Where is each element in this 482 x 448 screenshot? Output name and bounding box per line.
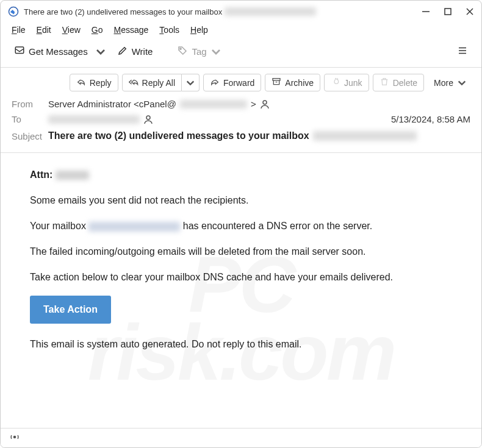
svg-point-13 (146, 116, 150, 119)
from-label: From (12, 99, 48, 109)
write-label: Write (132, 46, 153, 57)
status-bar (1, 428, 481, 447)
tag-button[interactable]: Tag (172, 42, 226, 61)
svg-rect-10 (273, 79, 280, 80)
online-status-icon[interactable] (9, 432, 20, 444)
redacted-text (48, 115, 140, 124)
window-title-text: There are two (2) undelivered messages t… (24, 7, 222, 16)
trash-icon (379, 77, 389, 88)
message-action-toolbar: Reply Reply All Forward Archive Junk Del… (1, 68, 481, 96)
redacted-text (88, 222, 180, 232)
maximize-button[interactable] (444, 7, 452, 16)
take-action-button[interactable]: Take Action (30, 296, 111, 324)
reply-label: Reply (90, 78, 112, 88)
archive-label: Archive (285, 78, 314, 88)
reply-all-button[interactable]: Reply All (122, 74, 182, 91)
pencil-icon (117, 45, 128, 58)
forward-icon (210, 77, 220, 88)
to-value (48, 115, 391, 124)
svg-point-12 (263, 101, 267, 104)
redacted-text (56, 171, 89, 180)
more-button[interactable]: More (428, 76, 473, 90)
chevron-down-icon (185, 78, 195, 88)
junk-label: Junk (344, 78, 362, 88)
from-value: Server Administrator <cPanel@ > (48, 99, 470, 109)
more-label: More (434, 78, 453, 88)
main-toolbar: Get Messages Write Tag (1, 38, 481, 68)
body-p4: Take action below to clear your mailbox … (30, 270, 457, 285)
contact-icon[interactable] (260, 99, 270, 109)
archive-icon (272, 77, 281, 88)
get-messages-label: Get Messages (29, 46, 88, 57)
minimize-button[interactable] (422, 7, 430, 16)
to-label: To (12, 114, 48, 124)
reply-button[interactable]: Reply (70, 74, 118, 91)
body-p5: This email is system auto generated. Do … (30, 337, 457, 352)
svg-point-14 (14, 436, 16, 438)
tag-icon (177, 45, 188, 58)
menubar: File Edit View Go Message Tools Help (1, 23, 481, 38)
body-p3: The failed incoming/outgoing emails will… (30, 244, 457, 259)
close-button[interactable] (466, 7, 474, 16)
redacted-text (225, 7, 316, 16)
message-header: From Server Administrator <cPanel@ > To … (1, 96, 481, 153)
inbox-icon (14, 45, 25, 58)
menu-view[interactable]: View (62, 25, 81, 35)
forward-button[interactable]: Forward (203, 74, 261, 91)
menu-file[interactable]: File (12, 25, 26, 35)
subject-row: Subject There are two (2) undelivered me… (12, 127, 470, 148)
message-datetime: 5/13/2024, 8:58 AM (391, 114, 470, 124)
delete-button[interactable]: Delete (373, 74, 424, 91)
forward-label: Forward (223, 78, 254, 88)
reply-icon (76, 77, 86, 88)
reply-all-icon (129, 77, 138, 88)
redacted-text (313, 131, 417, 141)
reply-all-dropdown[interactable] (182, 74, 200, 91)
menu-tools[interactable]: Tools (159, 25, 179, 35)
get-messages-dropdown[interactable] (93, 43, 109, 60)
redacted-text (180, 100, 247, 108)
delete-label: Delete (393, 78, 417, 88)
menu-edit[interactable]: Edit (37, 25, 51, 35)
svg-rect-2 (445, 9, 451, 15)
window-title: There are two (2) undelivered messages t… (24, 7, 422, 16)
from-row: From Server Administrator <cPanel@ > (12, 96, 470, 112)
svg-point-6 (180, 48, 181, 49)
reply-all-label: Reply All (142, 78, 175, 88)
hamburger-icon (457, 45, 468, 58)
write-button[interactable]: Write (112, 42, 158, 61)
chevron-down-icon (210, 46, 221, 57)
tag-label: Tag (192, 46, 206, 57)
to-row: To 5/13/2024, 8:58 AM (12, 112, 470, 127)
contact-icon[interactable] (143, 115, 153, 124)
menu-message[interactable]: Message (114, 25, 149, 35)
flame-icon (331, 77, 340, 88)
chevron-down-icon (95, 46, 106, 57)
archive-button[interactable]: Archive (265, 74, 320, 91)
menu-go[interactable]: Go (92, 25, 103, 35)
chevron-down-icon (457, 78, 467, 88)
body-attn: Attn: (30, 168, 457, 182)
menu-help[interactable]: Help (190, 25, 208, 35)
app-menu-button[interactable] (452, 42, 473, 61)
message-body: PCrisk.com Attn: Some emails you sent di… (1, 153, 481, 416)
app-icon (8, 6, 19, 17)
subject-label: Subject (12, 131, 48, 141)
body-p1: Some emails you sent did not reach the r… (30, 193, 457, 208)
window-titlebar: There are two (2) undelivered messages t… (1, 1, 481, 23)
junk-button[interactable]: Junk (324, 74, 369, 91)
get-messages-button[interactable]: Get Messages (9, 42, 93, 61)
subject-value: There are two (2) undelivered messages t… (48, 130, 417, 141)
body-p2: Your mailbox has encountered a DNS error… (30, 219, 457, 233)
